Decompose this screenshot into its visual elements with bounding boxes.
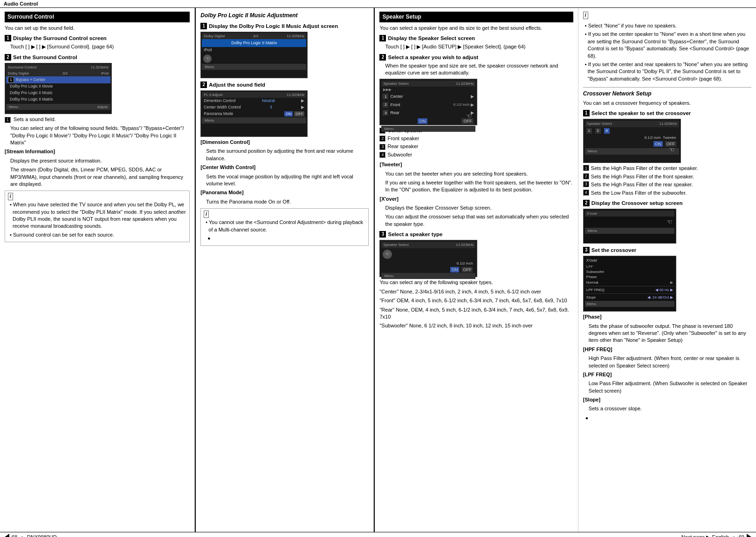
dolby-step2-header: 2 Adjust the sound field (200, 81, 369, 88)
speaker-type-screen: Speaker Select11.023kHz ☜ 6.1/2 inch ON … (379, 240, 477, 277)
xover-step2-header: 2 Display the Crossover setup screen (583, 199, 751, 207)
page-footer: 68 ■ DNX9980HD Next page ▶ English ■ 69 (0, 532, 756, 537)
next-page-arrow[interactable] (747, 534, 751, 537)
dolby-section: Dolby Pro Logic II Music Adjustment 1 Di… (195, 8, 374, 532)
surround-screen: Surround Control11.023kHz Dolby Digital3… (5, 63, 112, 114)
prev-page-arrow[interactable] (5, 534, 9, 537)
crossover-speaker-screen: Speaker Select11.023kHz 1 2 8 6.1/2 inch… (583, 119, 681, 163)
surround-bottom-bar: MenuAdjust (6, 104, 110, 110)
spk-label-4: 4 Subwoofer (379, 151, 573, 158)
center-width-label: [Center Width Control] (200, 164, 369, 171)
surround-control-section: Surround Control You can set up the soun… (0, 8, 195, 532)
xover-step2-num: 2 (583, 200, 590, 206)
crossover-title: Crossover Network Setup (583, 87, 751, 98)
panorama-label: [Panorama Mode] (200, 189, 369, 196)
sub-types: "Subwoofer" None, 6 1/2 inch, 8 inch, 10… (379, 322, 573, 329)
xover-step1-num: 1 (583, 110, 590, 116)
xs-row5: Normal▶ (585, 280, 674, 285)
stream-info-desc: Displays the present source information. (5, 157, 190, 164)
surround-stream-bar: Dolby Digital3/2iPod (6, 70, 110, 76)
xover-step3-header: 3 Set the crossover (583, 246, 751, 254)
dolby-step1-header: 1 Display the Dolby Pro Logic II Music A… (200, 22, 369, 30)
center-types: "Center" None, 2-3/4x1-9/16 inch, 2 inch… (379, 288, 573, 295)
plii-matrix-label: Dolby Pro Logic II Matrix (202, 39, 306, 47)
dim-ctrl-desc: Sets the surround position by adjusting … (200, 148, 369, 162)
col4-bullet-dot: ● (583, 415, 751, 421)
dolby-note-box: i You cannot use the <Surround Control A… (200, 208, 369, 245)
footer-right: Next page ▶ English ■ 69 (681, 534, 751, 537)
plii-screen-header: Dolby Digital3/211.025kHz (202, 33, 306, 39)
surround-note-bullet1: When you have selected the TV source and… (8, 201, 186, 230)
xover-onoff-row: ON OFF (585, 141, 679, 148)
center-width-desc: Sets the vocal image position by adjusti… (200, 173, 369, 188)
crossover-intro: You can set a crossover frequency of spe… (583, 100, 751, 107)
speaker-step1-header: 1 Display the Speaker Select screen (379, 34, 573, 42)
xs-row2: LPF (585, 264, 674, 269)
xover-note-2: 2 Sets the High Pass Filter of the front… (583, 173, 751, 180)
stream-info-detail: The stream (Dolby Digital, dts, Linear P… (5, 166, 190, 188)
xover-size-row: 6.1/2 inch Tweeter (585, 135, 679, 141)
adjust-center-row: Center Width Control3▶ (202, 104, 306, 111)
spk-label-2: 2 Front speaker (379, 135, 573, 142)
spk-row-1: 1Center ▶ (381, 93, 475, 101)
xover-setup-screen: X'over ☜ Menu (583, 209, 676, 244)
surround-item-4: Dolby Pro Logic II Matrix (6, 96, 110, 103)
plii-cursor: ☜ (203, 54, 212, 63)
spk-type-size: 6.1/2 inch (381, 260, 475, 266)
phase-label: [Phase] (583, 313, 751, 320)
stream-info-label: [Stream Information] (5, 148, 190, 155)
xover-step3-label: Set the crossover (591, 246, 637, 254)
speaker-setup-title: Speaker Setup (379, 12, 573, 22)
col4-bullet1: Select "None" if you have no speakers. (583, 22, 751, 29)
plii-bottom-bar: Menu (202, 64, 306, 70)
rear-types: "Rear" None, OEM, 4 inch, 5 inch, 6-1/2 … (379, 306, 573, 321)
xs-row1: X'over (585, 258, 674, 264)
footer-left-model: DNX9980HD (27, 534, 57, 537)
col4-bullet2: If you set the center speaker to "None" … (583, 31, 751, 60)
plii-screen: Dolby Digital3/211.025kHz Dolby Pro Logi… (200, 32, 308, 78)
speaker-step3-label: Select a speaker type (388, 231, 442, 238)
xs-row7: Slope◀ -24 dB/Oct ▶ (585, 295, 674, 300)
dolby-bullet-dot: ● (204, 235, 365, 242)
dolby-step2-label: Adjust the sound field (209, 81, 265, 88)
surround-note-bullet2: Surround control can be set for each sou… (8, 231, 186, 238)
surround-step1-body: Touch [ ] ▶ [ ] ▶ [Surround Control]. (p… (5, 43, 190, 50)
speaker-intro: You can select a speaker type and its si… (379, 25, 573, 32)
spk-menu: Menu (381, 126, 475, 132)
speaker-step2-label: Select a speaker you wish to adjust (388, 54, 478, 61)
adjust-panorama-row: Panorama Mode ON OFF (202, 111, 306, 117)
speaker-step1-num: 1 (379, 35, 386, 41)
adjust-header: PL II Adjust11.023kHz (202, 92, 306, 98)
xover-cursor-row: ☜ (585, 217, 674, 228)
xover-set-screen: X'over LPF Subwoofer Phase Normal▶ LPF F… (583, 256, 676, 312)
page-header: Audio Control (0, 0, 756, 8)
adjust-screen: PL II Adjust11.023kHz Dimention ControlN… (200, 90, 308, 137)
phase-desc: Sets the phase of subwoofer output. The … (583, 323, 751, 344)
xover-label: [X'over] (379, 196, 573, 203)
xover-step1-label: Select the speaker to set the crossover (591, 109, 691, 117)
hpf-desc: High Pass Filter adjustment. (When front… (583, 355, 751, 369)
dolby-step1-num: 1 (200, 23, 207, 29)
xover-screen-header: Speaker Select11.023kHz (585, 121, 679, 127)
footer-right-page: 69 (739, 534, 744, 537)
surround-step1-label: Display the Surround Control screen (13, 34, 107, 42)
tweeter-label: [Tweeter] (379, 161, 573, 168)
step1-num: 1 (5, 35, 11, 41)
surround-item-1: 1 Bypass + Center (6, 76, 110, 83)
plii-cursor-row: ☜ (202, 54, 306, 64)
spk-type-header: Speaker Select11.023kHz (381, 242, 475, 248)
surround-note1: 1 Sets a sound field. (5, 116, 190, 123)
speaker-select-screen: Speaker Select11.023kHz ▶▶▶ 1Center ▶ 2F… (379, 79, 477, 125)
crossover-section: i Select "None" if you have no speakers.… (578, 8, 756, 532)
xover-note-4: 4 Sets the Low Pass Filter of the subwoo… (583, 190, 751, 197)
xover-menu: Menu (585, 148, 679, 154)
spk-cursor: ☜ (466, 112, 472, 121)
surround-step2-label: Set the Surround Control (13, 54, 77, 61)
spk-type-cursor: ☜ (383, 250, 392, 259)
plii-stream: iPod (202, 47, 306, 54)
spk-type-onoff: ON OFF (381, 266, 475, 273)
adjust-dim-row: Dimention ControlNeutral▶ (202, 98, 306, 104)
xover-step1-header: 1 Select the speaker to set the crossove… (583, 109, 751, 117)
spk-row-2: 2Front 6.1/2 inch ▶ (381, 101, 475, 109)
col4-note-symbol: i (583, 12, 588, 19)
